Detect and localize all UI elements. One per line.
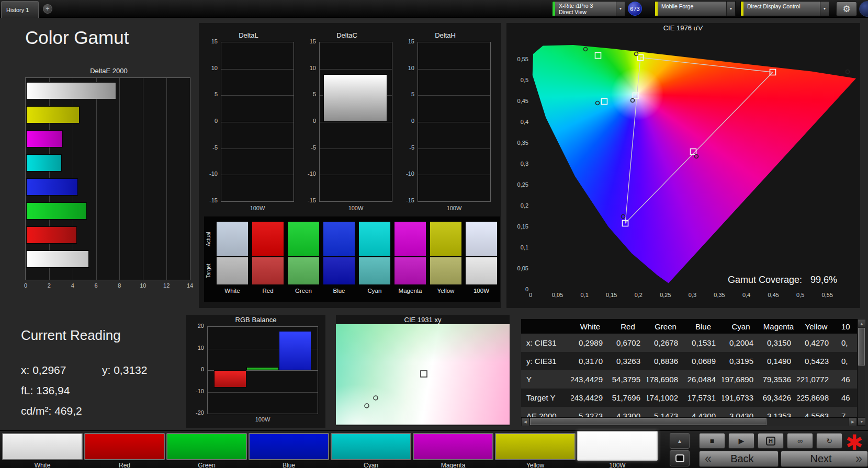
axis-tick-label: 0,45: [768, 292, 779, 298]
axis-tick-label: 10: [299, 65, 316, 71]
meter-count-badge: 673: [628, 2, 642, 16]
target-marker: [595, 53, 601, 59]
pattern-button-white[interactable]: White: [2, 432, 83, 468]
chevron-down-icon[interactable]: ▼: [616, 2, 625, 16]
rgb-bar-green: [246, 367, 279, 370]
actual-swatch-blue: [323, 222, 355, 256]
pattern-button-red[interactable]: Red: [84, 432, 165, 468]
cie31-plot-area: [336, 324, 510, 425]
actual-swatch-yellow: [430, 222, 461, 256]
x-axis-label: 100W: [319, 205, 392, 211]
fl-value: 136,94: [36, 384, 70, 396]
swatch-label: Yellow: [430, 288, 461, 294]
horizontal-scroll-thumb[interactable]: [530, 418, 766, 425]
swatch-columns: WhiteRedGreenBlueCyanMagentaYellow100W: [204, 216, 500, 302]
add-tab-button[interactable]: +: [43, 4, 52, 14]
pattern-label: 100W: [577, 462, 658, 468]
axis-tick-label: 12: [163, 282, 170, 289]
axis-tick-label: 0,2: [508, 202, 528, 209]
page-title: Color Gamut: [25, 27, 129, 48]
pattern-button-green[interactable]: Green: [166, 432, 247, 468]
target-swatch-100w: [466, 257, 497, 284]
history-tab[interactable]: History 1: [1, 1, 39, 18]
table-horizontal-scrollbar[interactable]: ◀ ▶: [521, 417, 857, 426]
scroll-up-icon[interactable]: ▲: [858, 319, 865, 327]
source-dropdown[interactable]: Mobile Forge ▼: [655, 1, 736, 16]
cd-label: cd/m²:: [21, 405, 51, 417]
collapse-button[interactable]: ▲: [670, 433, 690, 449]
axis-tick-label: -15: [398, 197, 414, 203]
target-marker: [633, 93, 639, 99]
axis-tick-label: 0,05: [508, 265, 528, 271]
swatch-column: Blue: [323, 216, 355, 302]
x-axis-label: 100W: [418, 205, 491, 211]
axis-tick-label: 10: [140, 282, 146, 289]
table-row: x: CIE310,29890,67020,26780,15310,20040,…: [521, 334, 865, 352]
profile-button[interactable]: H: [758, 433, 784, 449]
swatch-column: White: [217, 216, 248, 302]
axis-tick-label: 0,2: [635, 292, 642, 298]
table-vertical-scrollbar[interactable]: ▲ ▼: [857, 319, 865, 426]
pattern-button-100w[interactable]: 100W: [577, 432, 658, 468]
deltae-x-axis: 02468101214: [26, 282, 191, 290]
axis-tick-label: 0,15: [508, 223, 528, 230]
actual-swatch-cyan: [359, 222, 390, 256]
swatch-column: Red: [252, 216, 284, 302]
value-cell: 221,0772: [797, 370, 835, 389]
axis-tick-label: 5: [299, 91, 316, 97]
scroll-left-icon[interactable]: ◀: [521, 418, 529, 426]
swatch-column: 100W: [466, 216, 497, 302]
measured-marker: [846, 70, 850, 74]
continuous-button[interactable]: ∞: [787, 433, 813, 449]
table-row: Y243,442954,3795178,690826,0484197,68907…: [521, 370, 865, 389]
chevron-down-icon[interactable]: ▼: [726, 2, 735, 16]
gridline: [320, 149, 392, 149]
header-cell: [521, 319, 571, 334]
axis-tick-label: 0,55: [822, 292, 833, 298]
xy-reading: x: 0,2967 y: 0,3132: [21, 364, 66, 376]
value-cell: 0,1531: [684, 334, 722, 352]
axis-tick-label: 0,55: [508, 56, 528, 62]
y-value: 0,3132: [114, 364, 147, 376]
stop-button[interactable]: ■: [699, 433, 725, 449]
gridline: [221, 149, 294, 149]
axis-tick-label: 0,45: [508, 98, 528, 104]
vertical-scroll-thumb[interactable]: [858, 328, 865, 366]
axis-tick-label: 4: [71, 282, 74, 289]
table-grid: WhiteRedGreenBlueCyanMagentaYellow10x: C…: [521, 319, 865, 425]
value-cell: 0,4270: [797, 334, 835, 352]
axis-tick-label: 0,3: [508, 161, 528, 167]
gear-icon: ⚙: [842, 4, 850, 15]
swatch-comparison-strip: Actual Target WhiteRedGreenBlueCyanMagen…: [204, 216, 500, 302]
pattern-button-cyan[interactable]: Cyan: [331, 432, 411, 468]
deltae-bar-red: [26, 226, 77, 244]
axis-tick-label: -15: [201, 197, 218, 203]
back-label: Back: [712, 453, 773, 465]
rgb-plot-area: [207, 326, 318, 414]
row-label: x: CIE31: [521, 334, 571, 352]
settings-button[interactable]: ⚙: [836, 2, 857, 16]
display-control-dropdown[interactable]: Direct Display Control ▼: [740, 1, 829, 16]
axis-tick-label: 0,4: [508, 119, 528, 125]
gridline: [119, 78, 120, 280]
pattern-button-yellow[interactable]: Yellow: [495, 432, 576, 468]
gridline: [418, 149, 490, 149]
value-cell: 0,1490: [760, 352, 797, 370]
pattern-window-button[interactable]: ■: [670, 450, 690, 466]
refresh-button[interactable]: ↻: [816, 433, 842, 449]
value-cell: 0,3150: [760, 334, 797, 352]
meter-name: X-Rite i1Pro 3: [559, 3, 612, 9]
pattern-label: Magenta: [413, 462, 493, 468]
measure-button[interactable]: ▶: [728, 433, 754, 449]
next-button[interactable]: Next »: [781, 451, 868, 467]
pattern-button-blue[interactable]: Blue: [249, 432, 329, 468]
scroll-down-icon[interactable]: ▼: [858, 417, 865, 426]
value-cell: 69,3426: [760, 389, 797, 407]
value-cell: 0,5423: [797, 352, 835, 370]
swatch-label: Magenta: [394, 288, 426, 294]
pattern-button-magenta[interactable]: Magenta: [413, 432, 493, 468]
meter-dropdown[interactable]: X-Rite i1Pro 3 Direct View ▼: [552, 1, 625, 16]
chevron-down-icon[interactable]: ▼: [820, 2, 829, 16]
scroll-right-icon[interactable]: ▶: [849, 418, 857, 426]
back-button[interactable]: « Back: [699, 451, 779, 467]
